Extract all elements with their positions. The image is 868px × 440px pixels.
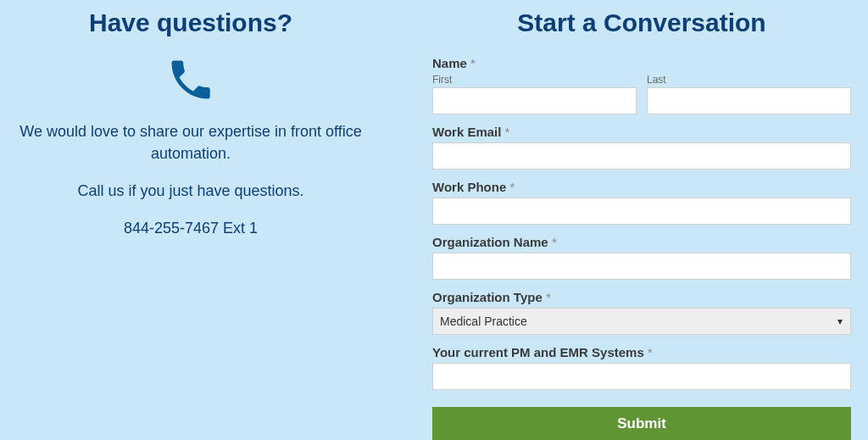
- org-type-label: Organization Type *: [432, 290, 851, 304]
- form-title: Start a Conversation: [432, 8, 851, 37]
- info-panel: Have questions? We would love to share o…: [0, 0, 381, 440]
- email-input[interactable]: [432, 142, 851, 170]
- info-title: Have questions?: [7, 8, 375, 37]
- info-text-2: Call us if you just have questions.: [7, 180, 375, 202]
- phone-label: Work Phone *: [432, 180, 851, 194]
- org-type-select[interactable]: Medical Practice: [432, 308, 851, 335]
- name-label: Name *: [432, 56, 851, 70]
- info-text-1: We would love to share our expertise in …: [7, 120, 375, 164]
- first-name-input[interactable]: [432, 87, 637, 114]
- form-panel: Start a Conversation Name * First Last W…: [381, 0, 868, 440]
- org-name-input[interactable]: [432, 253, 851, 280]
- last-sublabel: Last: [647, 74, 851, 86]
- phone-input[interactable]: [432, 198, 851, 225]
- phone-icon: [165, 54, 216, 105]
- first-sublabel: First: [432, 74, 637, 86]
- org-name-label: Organization Name *: [432, 235, 851, 249]
- submit-button[interactable]: Submit: [432, 407, 851, 440]
- pm-emr-label: Your current PM and EMR Systems *: [432, 345, 851, 359]
- pm-emr-input[interactable]: [432, 363, 851, 390]
- last-name-input[interactable]: [647, 87, 851, 114]
- email-label: Work Email *: [432, 125, 851, 139]
- info-phone: 844-255-7467 Ext 1: [7, 217, 375, 239]
